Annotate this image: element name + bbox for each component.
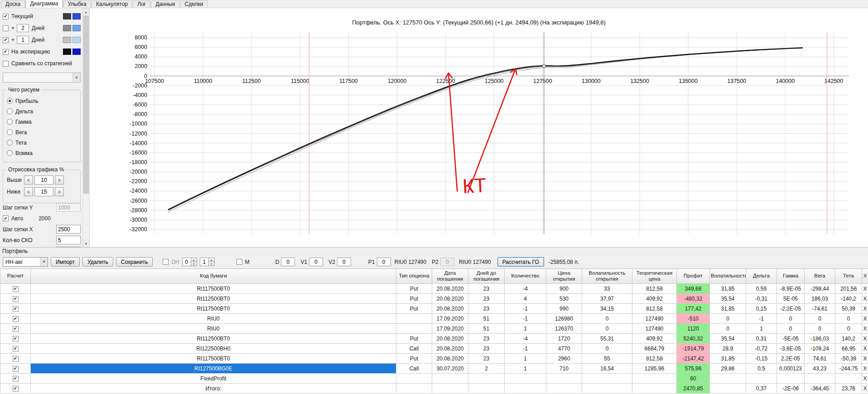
m-checkbox[interactable] [236, 259, 242, 265]
col-header-qty[interactable]: Количество [505, 269, 546, 284]
layer-checkbox-plus-1-day[interactable]: ✔ [3, 37, 9, 43]
cell-profit[interactable]: -480,32 [677, 294, 710, 304]
color-swatch[interactable] [72, 25, 81, 31]
cell-gamma[interactable]: 0 [777, 314, 805, 324]
cell-theo[interactable]: 127490 [632, 324, 677, 334]
col-header-close[interactable]: X [862, 269, 868, 284]
cell-open_vol[interactable]: 37,97 [582, 294, 632, 304]
cell-qty[interactable]: 4 [505, 294, 546, 304]
col-header-profit[interactable]: Профит [677, 269, 710, 284]
cell-profit[interactable]: -2147,42 [677, 354, 710, 364]
cell-theo[interactable]: 812,58 [632, 354, 677, 364]
cell-profit[interactable]: -510 [677, 314, 710, 324]
cell-theta[interactable] [835, 374, 862, 384]
cell-qty[interactable]: 1 [505, 364, 546, 374]
cell-qty[interactable]: 1 [505, 324, 546, 334]
cell-type[interactable] [396, 384, 432, 394]
cell-gamma[interactable]: -2E-06 [777, 384, 805, 394]
dh-spin-2[interactable]: ▲▼ [200, 258, 215, 266]
cell-theta[interactable]: 201,56 [835, 284, 862, 294]
color-swatch[interactable] [63, 49, 71, 55]
cell-open_vol[interactable] [582, 374, 632, 384]
cell-expiry[interactable]: 17.09.2020 [432, 324, 468, 334]
grid-step-x-input[interactable] [56, 225, 81, 233]
cell-theo[interactable]: 812,58 [632, 284, 677, 294]
cell-profit[interactable]: 177,42 [677, 304, 710, 314]
cell-profit[interactable]: -1914,79 [677, 344, 710, 354]
color-swatch[interactable] [72, 49, 81, 55]
remove-position-button[interactable]: X [862, 364, 868, 374]
cell-days[interactable]: 51 [468, 314, 505, 324]
cell-profit[interactable]: 5240,32 [677, 334, 710, 344]
sidebar-scrollbar[interactable]: ▲ ▼ [82, 8, 89, 247]
cell-open_price[interactable]: 530 [546, 294, 582, 304]
dh-spin-1-input[interactable] [182, 258, 191, 266]
cell-type[interactable]: Put [396, 334, 432, 344]
cell-delta[interactable]: 0,5 [746, 364, 777, 374]
cell-gamma[interactable]: -2,2E-05 [777, 304, 805, 314]
cell-vol[interactable]: 29,86 [710, 364, 746, 374]
cell-theo[interactable] [632, 384, 677, 394]
spin-up-icon[interactable]: ▲ [191, 258, 197, 262]
cell-theo[interactable]: 812,58 [632, 304, 677, 314]
radio-row-vega[interactable]: Вега [7, 127, 77, 137]
remove-position-button[interactable]: X [862, 384, 868, 394]
cell-gamma[interactable]: -8,9E-05 [777, 284, 805, 294]
compare-strategy-checkbox[interactable] [3, 61, 9, 67]
layer-checkbox-plus-2-days[interactable] [3, 25, 9, 31]
radio-row-vomma[interactable]: Вомма [7, 148, 77, 158]
tab-data[interactable]: Данные [151, 0, 179, 8]
cell-qty[interactable]: -4 [505, 334, 546, 344]
sko-count-input[interactable] [56, 236, 81, 244]
remove-position-button[interactable]: X [862, 324, 868, 334]
remove-position-button[interactable]: X [862, 314, 868, 324]
col-header-type[interactable]: Тип опциона [396, 269, 432, 284]
v1-input[interactable] [309, 258, 323, 266]
dh-checkbox[interactable] [163, 259, 169, 265]
row-calc-checkbox[interactable]: ✔ [13, 346, 19, 352]
cell-gamma[interactable]: -3,6E-05 [777, 344, 805, 354]
remove-position-button[interactable]: X [862, 294, 868, 304]
grid-step-y-input[interactable] [56, 203, 81, 212]
radio-delta[interactable] [7, 108, 13, 114]
cell-open_price[interactable]: 710 [546, 364, 582, 374]
color-swatch[interactable] [63, 37, 71, 43]
cell-qty[interactable]: -1 [505, 304, 546, 314]
row-calc-checkbox[interactable]: ✔ [13, 306, 19, 312]
col-header-delta[interactable]: Дельта [746, 269, 777, 284]
cell-days[interactable]: 51 [468, 324, 505, 334]
p2-input[interactable] [440, 258, 454, 266]
col-header-gamma[interactable]: Гамма [777, 269, 805, 284]
remove-position-button[interactable]: X [862, 304, 868, 314]
days-input-plus-1-day[interactable] [17, 36, 29, 44]
cell-expiry[interactable]: 20.08.2020 [432, 304, 468, 314]
cell-profit[interactable]: 2470,85 [677, 384, 710, 394]
delete-button[interactable]: Удалить [82, 257, 113, 267]
radio-row-gamma[interactable]: Гамма [7, 117, 77, 127]
row-calc-checkbox[interactable]: ✔ [13, 326, 19, 332]
row-calc-checkbox[interactable]: ✔ [13, 336, 19, 342]
cell-code[interactable]: RI117500BT0 [31, 284, 396, 294]
cell-theta[interactable]: -50,39 [835, 354, 862, 364]
cell-open_price[interactable] [546, 384, 582, 394]
above-percent-input[interactable] [34, 175, 53, 185]
cell-delta[interactable]: 0,59 [746, 284, 777, 294]
cell-vega[interactable]: -74,61 [805, 304, 835, 314]
cell-vega[interactable]: 0 [805, 314, 835, 324]
cell-theta[interactable]: -244,75 [835, 364, 862, 374]
cell-theo[interactable]: 6684,79 [632, 344, 677, 354]
cell-expiry[interactable] [432, 374, 468, 384]
scroll-down-icon[interactable]: ▼ [83, 240, 89, 247]
cell-vega[interactable]: -298,44 [805, 284, 835, 294]
cell-type[interactable] [396, 374, 432, 384]
cell-gamma[interactable]: 2,2E-05 [777, 354, 805, 364]
decrease-button[interactable]: < [24, 175, 33, 185]
cell-days[interactable]: 23 [468, 334, 505, 344]
layer-checkbox-current[interactable]: ✔ [3, 14, 9, 19]
strategy-select[interactable]: ▼ [3, 73, 81, 83]
color-swatch[interactable] [72, 13, 81, 19]
v2-input[interactable] [337, 258, 351, 266]
cell-open_vol[interactable]: 34,15 [582, 304, 632, 314]
cell-theo[interactable]: 409,92 [632, 334, 677, 344]
cell-profit[interactable]: 60 [677, 374, 710, 384]
